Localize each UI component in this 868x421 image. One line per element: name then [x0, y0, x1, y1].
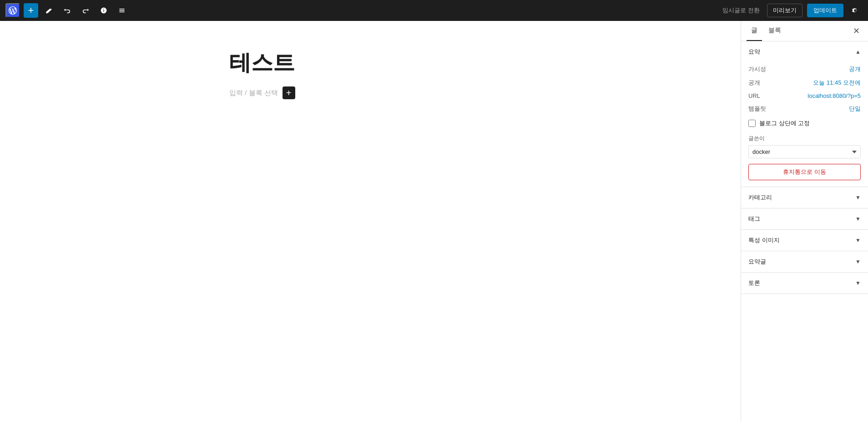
editor-content: 테스트 입력 / 블록 선택 +	[229, 48, 511, 99]
chevron-up-icon: ▲	[855, 49, 861, 55]
plus-icon: +	[28, 5, 34, 15]
summary-label: 요약	[748, 48, 760, 56]
chevron-down-icon-excerpt: ▼	[855, 259, 861, 265]
publish-row: 공개 오늘 11:45 오전에	[748, 76, 861, 90]
url-row: URL localhost:8080/?p=5	[748, 90, 861, 102]
info-button[interactable]	[96, 3, 111, 18]
featured-image-label: 특성 이미지	[748, 236, 780, 244]
draft-button[interactable]: 임시글로 전환	[720, 5, 762, 16]
sidebar-section-category: 카테고리 ▼	[741, 187, 868, 208]
sticky-label[interactable]: 블로그 상단에 고정	[759, 119, 810, 127]
settings-button[interactable]	[848, 3, 863, 18]
edit-tool-button[interactable]	[42, 3, 56, 18]
discussion-label: 토론	[748, 279, 760, 287]
add-block-button[interactable]: +	[24, 3, 38, 18]
url-label: URL	[748, 92, 760, 99]
featured-image-section-toggle[interactable]: 특성 이미지 ▼	[741, 230, 868, 251]
undo-icon	[64, 7, 71, 14]
publish-label: 공개	[748, 79, 760, 87]
block-placeholder-text: 입력 / 블록 선택	[229, 89, 278, 97]
add-block-inline-button[interactable]: +	[283, 86, 295, 99]
pencil-icon	[45, 7, 53, 14]
list-view-icon	[118, 7, 126, 14]
publish-value[interactable]: 오늘 11:45 오전에	[813, 79, 861, 87]
summary-section-toggle[interactable]: 요약 ▲	[741, 41, 868, 62]
visibility-row: 가시성 공개	[748, 62, 861, 76]
visibility-label: 가시성	[748, 65, 766, 73]
sidebar-section-summary: 요약 ▲ 가시성 공개 공개 오늘 11:45 오전에 URL localhos…	[741, 41, 868, 187]
author-select[interactable]: docker	[748, 145, 861, 158]
url-value[interactable]: localhost:8080/?p=5	[807, 92, 861, 99]
close-sidebar-button[interactable]: ✕	[850, 25, 863, 37]
sidebar: 글 블록 ✕ 요약 ▲ 가시성 공개 공개 오늘 11:45 오전에 UR	[741, 21, 868, 421]
sidebar-section-featured-image: 특성 이미지 ▼	[741, 230, 868, 251]
tab-block[interactable]: 블록	[764, 21, 786, 41]
undo-button[interactable]	[60, 3, 75, 18]
chevron-down-icon-featured: ▼	[855, 237, 861, 243]
template-value[interactable]: 단일	[849, 105, 861, 113]
sidebar-section-excerpt: 요약글 ▼	[741, 251, 868, 273]
category-section-toggle[interactable]: 카테고리 ▼	[741, 187, 868, 208]
sticky-row: 블로그 상단에 고정	[748, 116, 861, 131]
list-view-button[interactable]	[115, 3, 129, 18]
redo-button[interactable]	[78, 3, 93, 18]
sidebar-section-tag: 태그 ▼	[741, 208, 868, 230]
editor-area: 테스트 입력 / 블록 선택 +	[0, 21, 741, 421]
tag-label: 태그	[748, 215, 760, 223]
sidebar-section-discussion: 토론 ▼	[741, 273, 868, 294]
wp-logo-button[interactable]	[5, 3, 20, 18]
tag-section-toggle[interactable]: 태그 ▼	[741, 208, 868, 229]
sticky-checkbox[interactable]	[748, 120, 756, 127]
redo-icon	[82, 7, 89, 14]
visibility-value[interactable]: 공개	[849, 65, 861, 73]
author-field-label: 글쓴이	[748, 135, 861, 142]
update-button[interactable]: 업데이트	[807, 4, 843, 17]
topbar-left: +	[5, 3, 129, 18]
main-area: 테스트 입력 / 블록 선택 + 글 블록 ✕ 요약 ▲ 가시성 공개	[0, 21, 868, 421]
post-title[interactable]: 테스트	[229, 48, 511, 77]
chevron-down-icon-tag: ▼	[855, 216, 861, 222]
chevron-down-icon-discussion: ▼	[855, 280, 861, 286]
trash-button[interactable]: 휴지통으로 이동	[748, 164, 861, 180]
excerpt-label: 요약글	[748, 258, 766, 266]
topbar: +	[0, 0, 868, 21]
topbar-right: 임시글로 전환 미리보기 업데이트	[720, 3, 863, 18]
discussion-section-toggle[interactable]: 토론 ▼	[741, 273, 868, 294]
template-label: 템플릿	[748, 105, 766, 113]
tab-post[interactable]: 글	[747, 21, 762, 41]
chevron-down-icon-category: ▼	[855, 194, 861, 201]
info-icon	[100, 7, 107, 14]
excerpt-section-toggle[interactable]: 요약글 ▼	[741, 251, 868, 272]
add-block-row[interactable]: 입력 / 블록 선택 +	[229, 86, 511, 99]
preview-button[interactable]: 미리보기	[767, 4, 802, 17]
summary-section-content: 가시성 공개 공개 오늘 11:45 오전에 URL localhost:808…	[741, 62, 868, 187]
gear-icon	[851, 6, 859, 15]
sidebar-tabs: 글 블록 ✕	[741, 21, 868, 41]
template-row: 템플릿 단일	[748, 102, 861, 116]
category-label: 카테고리	[748, 193, 772, 202]
